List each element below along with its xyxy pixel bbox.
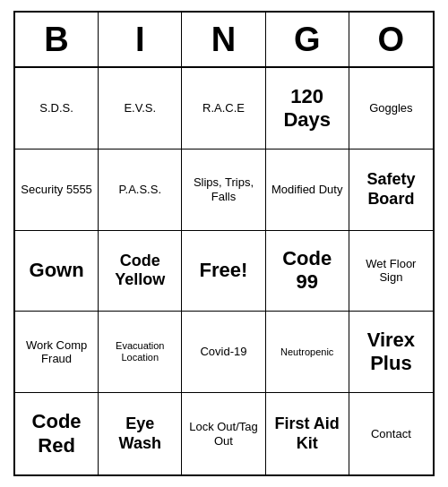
bingo-cell-6[interactable]: P.A.S.S. <box>99 150 182 231</box>
bingo-cell-20[interactable]: Code Red <box>15 393 99 474</box>
bingo-header: B I N G O <box>15 13 433 68</box>
bingo-cell-0[interactable]: S.D.S. <box>15 68 99 150</box>
bingo-cell-1[interactable]: E.V.S. <box>99 68 182 150</box>
bingo-cell-3[interactable]: 120 Days <box>266 68 349 150</box>
bingo-cell-13[interactable]: Code 99 <box>266 231 349 312</box>
bingo-cell-5[interactable]: Security 5555 <box>15 150 99 231</box>
bingo-cell-18[interactable]: Neutropenic <box>266 312 349 393</box>
bingo-card: B I N G O S.D.S.E.V.S.R.A.C.E120 DaysGog… <box>13 11 435 476</box>
bingo-cell-10[interactable]: Gown <box>15 231 99 312</box>
header-n: N <box>182 13 265 66</box>
bingo-cell-22[interactable]: Lock Out/Tag Out <box>182 393 265 474</box>
bingo-cell-19[interactable]: Virex Plus <box>349 312 433 393</box>
header-g: G <box>266 13 349 66</box>
bingo-cell-24[interactable]: Contact <box>349 393 433 474</box>
bingo-cell-17[interactable]: Covid-19 <box>182 312 265 393</box>
bingo-cell-4[interactable]: Goggles <box>349 68 433 150</box>
bingo-cell-23[interactable]: First Aid Kit <box>266 393 349 474</box>
bingo-cell-12[interactable]: Free! <box>182 231 265 312</box>
bingo-cell-21[interactable]: Eye Wash <box>99 393 182 474</box>
bingo-cell-8[interactable]: Modified Duty <box>266 150 349 231</box>
header-i: I <box>99 13 182 66</box>
header-b: B <box>15 13 99 66</box>
bingo-cell-9[interactable]: Safety Board <box>349 150 433 231</box>
bingo-cell-15[interactable]: Work Comp Fraud <box>15 312 99 393</box>
bingo-cell-16[interactable]: Evacuation Location <box>99 312 182 393</box>
bingo-cell-2[interactable]: R.A.C.E <box>182 68 265 150</box>
header-o: O <box>349 13 433 66</box>
bingo-cell-7[interactable]: Slips, Trips, Falls <box>182 150 265 231</box>
bingo-cell-11[interactable]: Code Yellow <box>99 231 182 312</box>
bingo-cell-14[interactable]: Wet Floor Sign <box>349 231 433 312</box>
bingo-grid: S.D.S.E.V.S.R.A.C.E120 DaysGogglesSecuri… <box>15 68 433 474</box>
